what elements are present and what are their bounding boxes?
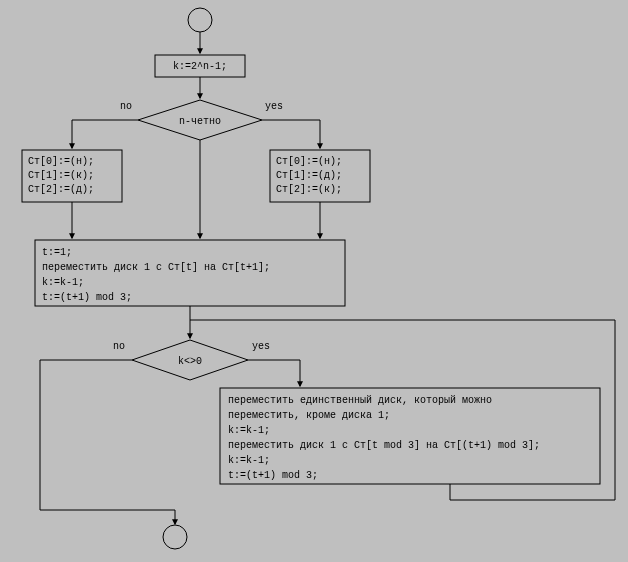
loopbody-line3: k:=k-1; bbox=[228, 425, 270, 436]
loopbody-line4: переместить диск 1 с Ст[t mod 3] на Ст[(… bbox=[228, 440, 540, 451]
loopbody-line2: переместить, кроме диска 1; bbox=[228, 410, 390, 421]
decision2-yes-label: yes bbox=[252, 341, 270, 352]
arrow bbox=[248, 360, 300, 386]
loopbody-line6: t:=(t+1) mod 3; bbox=[228, 470, 318, 481]
loopinit-line3: k:=k-1; bbox=[42, 277, 84, 288]
end-terminator bbox=[163, 525, 187, 549]
arrow bbox=[262, 120, 320, 148]
decision-k-nonzero-label: k<>0 bbox=[178, 356, 202, 367]
decision2-no-label: no bbox=[113, 341, 125, 352]
decision1-no-label: no bbox=[120, 101, 132, 112]
rightbox-line3: Ст[2]:=(к); bbox=[276, 184, 342, 195]
arrow bbox=[72, 120, 138, 148]
loopinit-line1: t:=1; bbox=[42, 247, 72, 258]
decision1-yes-label: yes bbox=[265, 101, 283, 112]
rightbox-line2: Ст[1]:=(д); bbox=[276, 170, 342, 181]
leftbox-line3: Ст[2]:=(д); bbox=[28, 184, 94, 195]
loopbody-line1: переместить единственный диск, который м… bbox=[228, 395, 492, 406]
arrow bbox=[40, 360, 175, 524]
start-terminator bbox=[188, 8, 212, 32]
rightbox-line1: Ст[0]:=(н); bbox=[276, 156, 342, 167]
flowchart: k:=2^n-1; n-четно no yes Ст[0]:=(н); Ст[… bbox=[0, 0, 628, 562]
decision-n-even-label: n-четно bbox=[179, 116, 221, 127]
loopinit-line2: переместить диск 1 с Ст[t] на Ст[t+1]; bbox=[42, 262, 270, 273]
process-k-init-label: k:=2^n-1; bbox=[173, 61, 227, 72]
leftbox-line2: Ст[1]:=(к); bbox=[28, 170, 94, 181]
loopinit-line4: t:=(t+1) mod 3; bbox=[42, 292, 132, 303]
leftbox-line1: Ст[0]:=(н); bbox=[28, 156, 94, 167]
loopbody-line5: k:=k-1; bbox=[228, 455, 270, 466]
